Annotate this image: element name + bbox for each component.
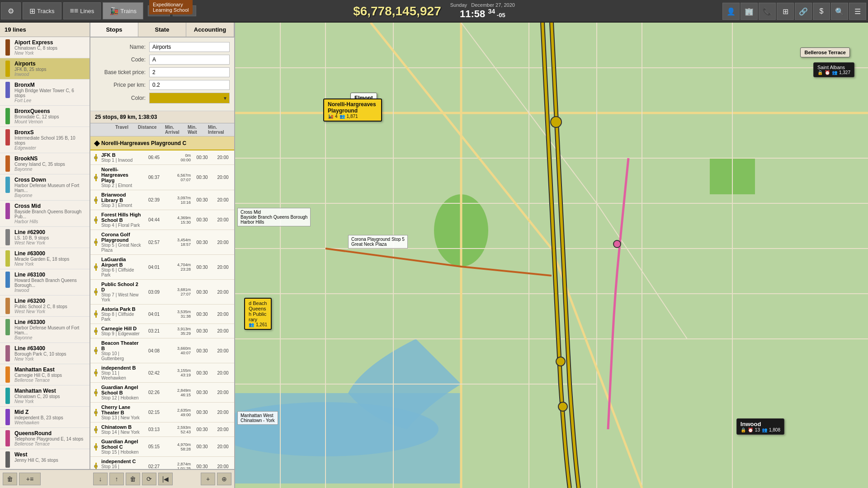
stop-row[interactable]: Public School 2 D Stop 7 | West New York… [90,280,234,305]
tab-state[interactable]: State [138,23,186,37]
stop-row[interactable]: independent C Stop 16 | Weehawken 02:27 … [90,457,234,469]
line-color-bar [4,451,12,468]
lines-button[interactable]: ≡≡ Lines [63,2,101,19]
stop-row[interactable]: independent B Stop 11 | Weehawken 02:42 … [90,363,234,383]
map-area[interactable]: Elmont Norelli-HargreavesPlayground 🚂 4 … [235,23,868,488]
tab-stops[interactable]: Stops [90,23,138,37]
line-item-bronxs[interactable]: BronxS Intermediate School 195 B, 10 sto… [0,127,90,153]
delete-line-button[interactable]: 🗑 [3,473,17,485]
add-loop-button[interactable]: ⊕ [217,473,231,485]
stop-name: independent B [101,365,142,371]
line-item-manhattan-east[interactable]: Manhattan East Carnegie Hill C, 8 stops … [0,364,90,385]
stop-info: JFK B Stop 1 | Inwood [101,152,142,163]
price-per-km-input[interactable] [149,80,230,90]
code-input[interactable] [149,55,230,65]
stop-row[interactable]: Carnegie Hill D Stop 9 | Edgewater 03:21… [90,324,234,338]
line-item-cross-down[interactable]: Cross Down Harbor Defense Museum of Fort… [0,174,90,201]
stop-row[interactable]: Guardian Angel School C Stop 15 | Hoboke… [90,437,234,457]
stop-sub: Stop 1 | Inwood [101,158,142,163]
stop-distance: 3,681m27:07 [166,287,191,296]
stops-table-header: Travel Distance Min.Arrival Min.Wait Min… [90,123,234,136]
line-name: Mid Z [14,409,86,415]
color-selector[interactable]: ▼ [149,93,230,103]
trains-button[interactable]: 🚂 Trains [103,2,143,19]
line-name: BronxS [14,129,86,136]
add-stop-button[interactable]: + [201,473,215,485]
stop-sub: Stop 16 | Weehawken [101,464,142,469]
stop-row[interactable]: Forest Hills High School B Stop 4 | Flor… [90,210,234,230]
stop-line-indicator [92,409,99,416]
delete-stop-button[interactable]: 🗑 [126,473,140,485]
finance-button[interactable]: $ [813,3,830,20]
line-name: BronxM [14,82,86,88]
line-item-queensround[interactable]: QueensRound Telephone Playground E, 14 s… [0,428,90,449]
line-item-mid-z[interactable]: Mid Z independent B, 23 stops Weehawken [0,407,90,428]
menu-button[interactable]: ☰ [849,3,866,20]
move-up-button[interactable]: ↑ [109,473,124,485]
add-line-button[interactable]: +≡ [19,473,41,485]
line-item-cross-mid[interactable]: Cross Mid Bayside Branch Queens Borough … [0,201,90,227]
line-item-line-#63300[interactable]: Line #63300 Harbor Defense Museum of For… [0,317,90,343]
line-item-west[interactable]: West Jenny Hill C, 36 stops [0,449,90,470]
population-button[interactable]: 👤 [722,3,740,20]
stop-row[interactable]: JFK B Stop 1 | Inwood 06:45 0m00:00 00:3… [90,150,234,165]
line-item-line-#63100[interactable]: Line #63100 Howard Beach Branch Queens B… [0,269,90,296]
sidebar-bottom-controls: 🗑 +≡ [0,469,90,488]
line-item-brookns[interactable]: BrookNS Coney Island C, 35 stops Bayonne [0,153,90,174]
line-item-line-#63200[interactable]: Line #63200 Public School 2 C, 8 stops W… [0,296,90,317]
stop-row[interactable]: Astoria Park B Stop 8 | Cliffside Park 0… [90,305,234,324]
stop-sub: Stop 11 | Weehawken [101,371,142,380]
tracks-button[interactable]: ⊞ Tracks [23,2,61,19]
move-down-button[interactable]: ↓ [93,473,108,485]
stop-name: Public School 2 D [101,282,142,292]
settings-button[interactable]: ⚙ [1,2,21,19]
manhattan-west-annotation: Manhattan West Chinatown - York [237,411,278,425]
link-button[interactable]: 🔗 [795,3,812,20]
stop-row[interactable]: Guardian Angel School B Stop 12 | Hoboke… [90,383,234,403]
stop-sub: Stop 12 | Hoboken [101,395,142,400]
line-name: Airports [14,61,86,67]
stop-sub: Stop 10 | Guttenberg [101,351,142,361]
buildings-button[interactable]: 🏢 [741,3,758,20]
stop-wait: 00:30 [193,444,212,449]
line-item-line-#63400[interactable]: Line #63400 Borough Park C, 10 stops New… [0,343,90,364]
stop-sub: Stop 13 | New York [101,415,142,420]
stop-travel-time: 06:45 [144,155,164,160]
stop-sub: Stop 9 | Edgewater [101,331,142,336]
line-item-manhattan-west[interactable]: Manhattan West Chinatown C, 20 stops New… [0,385,90,407]
stop-interval: 20:00 [213,240,232,245]
stop-row[interactable]: Briarwood Library B Stop 3 | Elmont 02:3… [90,190,234,210]
stop-info: independent B Stop 11 | Weehawken [101,365,142,380]
line-item-line-#62900[interactable]: Line #62900 LS. 10 B, 9 stops West New Y… [0,227,90,248]
line-item-bronxqueens[interactable]: BronxQueens Bronxdale C, 12 stops Mount … [0,106,90,127]
stop-row[interactable]: Norelli-Hargreaves Playg Stop 2 | Elmont… [90,165,234,190]
phone-button[interactable]: 📞 [759,3,776,20]
stop-row[interactable]: LaGuardia Airport B Stop 6 | Cliffside P… [90,255,234,280]
tracks-label: Tracks [37,8,55,14]
name-input[interactable] [149,42,230,52]
line-item-bronxm[interactable]: BronxM High Bridge Water Tower C, 6 stop… [0,80,90,106]
stop-distance: 6,567m07:07 [166,173,191,182]
back-to-start-button[interactable]: |◀ [158,473,173,485]
reset-button[interactable]: ⟳ [142,473,156,485]
stop-row[interactable]: Cherry Lane Theater B Stop 13 | New York… [90,403,234,422]
stop-name: Corona Golf Playground [101,232,142,243]
line-item-aiport-express[interactable]: Aiport Express Chinatown C, 8 stops New … [0,37,90,58]
price-per-km-row: Price per km: [95,80,230,90]
stop-row[interactable]: Beacon Theater B Stop 10 | Guttenberg 04… [90,338,234,363]
grid-button[interactable]: ⊞ [777,3,794,20]
line-item-line-#63000[interactable]: Line #63000 Miracle Garden E, 18 stops N… [0,248,90,269]
base-ticket-input[interactable] [149,67,230,77]
stop-row[interactable]: Corona Golf Playground Stop 5 | Great Ne… [90,230,234,255]
stop-header-row: ◆ Norelli-Hargreaves Playground C [90,136,234,150]
line-sub: Bayside Branch Queens Borough Pub... [14,209,86,219]
main-panel: Stops State Accounting Name: Code: Base … [90,23,235,488]
stop-distance: 2,849m46:15 [166,388,191,397]
stop-line-indicator [92,216,99,224]
tab-accounting[interactable]: Accounting [186,23,234,37]
line-color-bar [4,430,12,446]
stop-line-indicator [92,288,99,296]
search-button[interactable]: 🔍 [831,3,848,20]
line-item-airports[interactable]: Airports JFK B, 25 stops Inwood [0,58,90,80]
stop-row[interactable]: Chinatown B Stop 14 | New York 03:13 2,5… [90,422,234,437]
